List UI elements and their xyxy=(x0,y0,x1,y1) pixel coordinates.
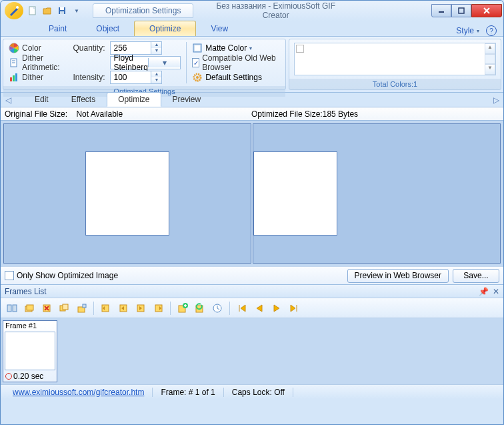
frame-thumb-1[interactable]: Frame #1 0.20 sec xyxy=(3,320,57,382)
ribbon-body: Color Dither Arithmetic: Dither Quantity… xyxy=(1,37,503,93)
maximize-button[interactable] xyxy=(451,4,471,17)
open-file-icon[interactable] xyxy=(41,4,54,17)
matte-color-icon xyxy=(192,43,203,53)
svg-rect-13 xyxy=(15,73,17,81)
dither-bars-icon xyxy=(9,72,19,83)
play-prev-icon[interactable] xyxy=(252,301,267,316)
frame-delete-icon[interactable] xyxy=(39,301,54,316)
tab-optimize[interactable]: Optimize xyxy=(134,21,196,36)
status-url-link[interactable]: www.eximioussoft.com/gifcreator.htm xyxy=(13,388,144,397)
close-button[interactable] xyxy=(471,4,502,17)
qat-dropdown-icon[interactable]: ▼ xyxy=(70,4,83,17)
subtab-scroll-right-icon[interactable]: ▷ xyxy=(491,95,501,105)
frames-title: Frames List xyxy=(5,287,47,296)
frame-import-icon[interactable] xyxy=(74,301,89,316)
frame-title: Frame #1 xyxy=(3,321,57,330)
frame-image xyxy=(5,332,55,370)
save-button[interactable]: Save... xyxy=(453,269,499,283)
preview-in-browser-button[interactable]: Preview in Web Browser xyxy=(347,269,449,283)
document-icon xyxy=(9,57,19,68)
subtab-edit[interactable]: Edit xyxy=(23,92,60,107)
svg-point-0 xyxy=(16,6,19,9)
frame-next-icon[interactable] xyxy=(133,301,148,316)
quantity-label: Quantity: xyxy=(73,43,105,53)
frame-refresh-icon[interactable] xyxy=(193,301,207,316)
svg-rect-12 xyxy=(13,75,15,81)
tab-object[interactable]: Object xyxy=(81,21,134,36)
orig-filesize-label: Original File Size: xyxy=(5,109,67,119)
title-bar: ▼ Optimization Settings Без названия - E… xyxy=(1,1,503,21)
intensity-label: Intensity: xyxy=(73,73,105,82)
subtab-preview[interactable]: Preview xyxy=(161,92,213,107)
tab-view[interactable]: View xyxy=(196,21,243,36)
intensity-down[interactable]: ▼ xyxy=(151,77,161,83)
preview-area xyxy=(1,121,503,266)
window-buttons xyxy=(431,4,502,17)
quantity-down[interactable]: ▼ xyxy=(151,48,161,54)
original-preview-pane[interactable] xyxy=(3,123,251,264)
intensity-input[interactable]: ▲▼ xyxy=(110,71,162,84)
palette-scrollbar[interactable]: ▲▼ xyxy=(485,43,495,75)
color-label: Color xyxy=(22,43,41,53)
new-file-icon[interactable] xyxy=(26,4,39,17)
quick-access-toolbar: ▼ xyxy=(26,4,83,17)
help-icon[interactable]: ? xyxy=(486,25,497,36)
intensity-up[interactable]: ▲ xyxy=(151,71,161,77)
context-tab[interactable]: Optimization Settings xyxy=(93,3,193,18)
svg-rect-19 xyxy=(13,305,17,312)
ribbon-tab-strip: Paint Object Optimize View Style▾? xyxy=(1,21,503,37)
original-canvas xyxy=(85,151,169,236)
palette-swatch[interactable] xyxy=(296,45,304,53)
compat-checkbox[interactable]: ✓ xyxy=(192,58,199,67)
default-settings-button[interactable]: Default Settings xyxy=(192,70,280,85)
svg-rect-4 xyxy=(60,11,64,14)
quantity-input[interactable]: ▲▼ xyxy=(110,41,162,55)
frame-split-icon[interactable] xyxy=(5,301,19,316)
preview-controls-row: Only Show Optimized Image Preview in Web… xyxy=(1,266,503,285)
color-wheel-icon xyxy=(9,43,19,53)
play-next-icon[interactable] xyxy=(269,301,284,316)
status-frame: Frame: # 1 of 1 xyxy=(153,388,223,397)
quantity-field[interactable] xyxy=(111,43,148,53)
opt-filesize-value: 185 Bytes xyxy=(323,109,358,119)
dither-arithmetic-combo[interactable]: Floyd Steinberg▾ xyxy=(110,56,181,69)
intensity-field[interactable] xyxy=(111,73,148,82)
frame-time-icon[interactable] xyxy=(210,301,225,316)
frame-prev-icon[interactable] xyxy=(116,301,131,316)
dither-arithmetic-label: Dither Arithmetic: xyxy=(22,53,67,72)
quantity-up[interactable]: ▲ xyxy=(151,42,161,48)
dither-label: Dither xyxy=(22,73,43,82)
play-first-icon[interactable] xyxy=(235,301,249,316)
frame-last-icon[interactable] xyxy=(151,301,165,316)
optimized-preview-pane[interactable] xyxy=(253,123,501,264)
chevron-down-icon[interactable]: ▾ xyxy=(148,58,181,67)
pin-icon[interactable]: 📌 xyxy=(479,287,489,296)
frames-toolbar xyxy=(1,298,503,318)
minimize-button[interactable] xyxy=(431,4,451,17)
save-file-icon[interactable] xyxy=(55,4,69,17)
app-icon[interactable] xyxy=(5,2,23,19)
group-label-total-colors: Total Colors:1 xyxy=(289,79,501,89)
only-show-checkbox[interactable] xyxy=(5,271,14,280)
filesize-row: Original File Size: Not Available Optimi… xyxy=(1,107,503,121)
subtab-effects[interactable]: Effects xyxy=(60,92,107,107)
play-last-icon[interactable] xyxy=(287,301,301,316)
tab-paint[interactable]: Paint xyxy=(34,21,81,36)
frame-add-icon[interactable] xyxy=(175,301,190,316)
style-dropdown[interactable]: Style▾? xyxy=(456,25,503,36)
svg-rect-21 xyxy=(27,305,33,310)
orig-filesize-value: Not Available xyxy=(76,109,123,119)
scroll-up-icon[interactable]: ▲ xyxy=(485,43,495,54)
frame-layers-icon[interactable] xyxy=(22,301,37,316)
status-bar: www.eximioussoft.com/gifcreator.htm Fram… xyxy=(1,384,503,399)
subtab-optimize[interactable]: Optimize xyxy=(107,92,161,107)
frame-first-icon[interactable] xyxy=(99,301,113,316)
optimized-canvas xyxy=(253,151,337,236)
frame-duplicate-icon[interactable] xyxy=(57,301,71,316)
svg-rect-24 xyxy=(63,304,68,310)
close-panel-icon[interactable]: ✕ xyxy=(493,287,499,296)
svg-rect-26 xyxy=(83,304,86,308)
subtab-scroll-left-icon[interactable]: ◁ xyxy=(3,95,13,105)
scroll-down-icon[interactable]: ▼ xyxy=(485,64,495,75)
frames-strip[interactable]: Frame #1 0.20 sec xyxy=(1,318,503,384)
